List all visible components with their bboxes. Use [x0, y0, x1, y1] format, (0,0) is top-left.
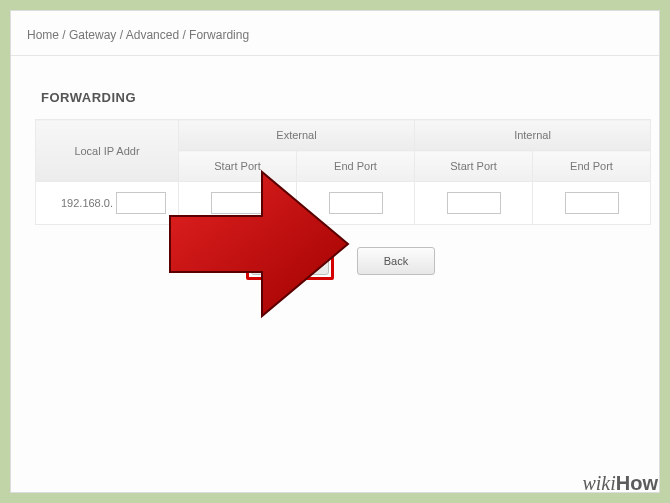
ext-start-port-input[interactable]: [211, 192, 265, 214]
ext-end-port-input[interactable]: [329, 192, 383, 214]
breadcrumb: Home / Gateway / Advanced / Forwarding: [27, 28, 249, 42]
col-ext-end: End Port: [297, 151, 415, 182]
forwarding-table: Local IP Addr External Internal Start Po…: [35, 119, 651, 225]
col-internal: Internal: [415, 120, 651, 151]
table-row: 192.168.0.: [36, 182, 651, 225]
back-button[interactable]: Back: [357, 247, 435, 275]
col-int-end: End Port: [533, 151, 651, 182]
col-ext-start: Start Port: [179, 151, 297, 182]
page-title: FORWARDING: [41, 90, 651, 105]
int-end-port-input[interactable]: [565, 192, 619, 214]
col-int-start: Start Port: [415, 151, 533, 182]
content-area: FORWARDING Local IP Addr External Intern…: [11, 56, 659, 275]
ip-last-octet-input[interactable]: [116, 192, 166, 214]
col-external: External: [179, 120, 415, 151]
ip-prefix: 192.168.0.: [61, 197, 113, 209]
int-start-port-input[interactable]: [447, 192, 501, 214]
breadcrumb-bar: Home / Gateway / Advanced / Forwarding: [11, 11, 659, 56]
button-row: Add Back: [35, 247, 651, 275]
page-frame: Home / Gateway / Advanced / Forwarding F…: [10, 10, 660, 493]
add-button-highlight: Add: [251, 247, 329, 275]
col-local-ip: Local IP Addr: [36, 120, 179, 182]
add-button[interactable]: Add: [251, 247, 329, 275]
